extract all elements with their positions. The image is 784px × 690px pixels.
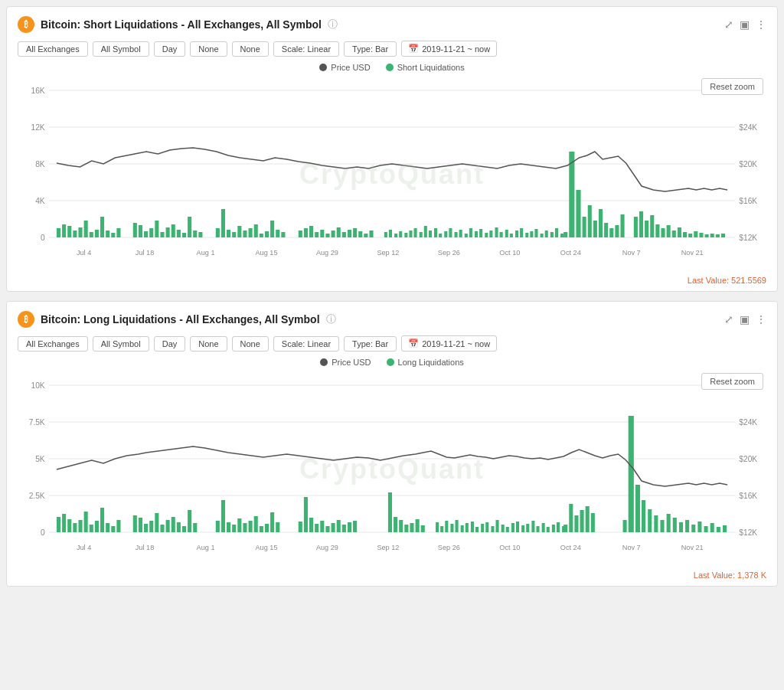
svg-rect-48 [188, 217, 191, 237]
svg-text:Oct 24: Oct 24 [560, 544, 581, 551]
filter-none1-1[interactable]: None [190, 41, 227, 57]
svg-text:Sep 12: Sep 12 [377, 544, 399, 551]
svg-rect-176 [100, 508, 104, 532]
svg-rect-27 [62, 224, 66, 237]
svg-rect-83 [593, 221, 597, 237]
svg-rect-253 [591, 513, 595, 532]
svg-text:4K: 4K [35, 197, 45, 205]
svg-rect-263 [679, 522, 683, 532]
svg-rect-220 [416, 519, 420, 532]
filter-interval-2[interactable]: Day [154, 336, 186, 352]
svg-text:Aug 15: Aug 15 [255, 249, 277, 257]
reset-zoom-btn-2[interactable]: Reset zoom [701, 373, 763, 390]
title-area-2: ₿ Bitcoin: Long Liquidations - All Excha… [18, 311, 336, 328]
svg-rect-86 [609, 228, 613, 237]
svg-text:Oct 10: Oct 10 [499, 249, 520, 257]
svg-rect-109 [399, 231, 402, 237]
svg-rect-40 [144, 231, 148, 237]
svg-rect-54 [232, 232, 236, 237]
svg-rect-78 [564, 232, 567, 237]
panel-actions-2: ⤢ ▣ ⋮ [724, 313, 766, 325]
expand-icon-2[interactable]: ⤢ [724, 313, 733, 325]
svg-rect-45 [172, 224, 175, 237]
svg-text:Nov 7: Nov 7 [622, 249, 641, 257]
svg-rect-43 [160, 232, 164, 237]
svg-rect-63 [281, 232, 285, 237]
svg-rect-65 [304, 228, 308, 237]
svg-text:0: 0 [41, 528, 45, 537]
image-icon-1[interactable]: ▣ [740, 18, 750, 31]
svg-text:Nov 7: Nov 7 [622, 544, 641, 551]
svg-rect-56 [243, 231, 247, 237]
svg-rect-255 [629, 416, 634, 532]
svg-rect-215 [388, 492, 392, 532]
date-range-1[interactable]: 📅 2019-11-21 ~ now [401, 41, 497, 57]
filter-type-1[interactable]: Type: Bar [344, 41, 397, 57]
svg-rect-74 [353, 228, 357, 237]
filter-type-2[interactable]: Type: Bar [344, 336, 397, 352]
svg-rect-110 [404, 233, 407, 237]
filter-exchange-1[interactable]: All Exchanges [18, 41, 88, 57]
svg-rect-252 [586, 506, 590, 532]
svg-text:Aug 15: Aug 15 [255, 544, 277, 551]
svg-rect-104 [716, 234, 720, 237]
svg-rect-191 [193, 523, 197, 532]
svg-rect-229 [471, 522, 474, 532]
filter-exchange-2[interactable]: All Exchanges [18, 336, 88, 352]
date-range-2[interactable]: 📅 2019-11-21 ~ now [401, 335, 497, 352]
svg-rect-261 [667, 514, 671, 532]
reset-zoom-btn-1[interactable]: Reset zoom [701, 78, 763, 95]
svg-rect-121 [459, 230, 462, 237]
svg-rect-81 [583, 217, 586, 237]
menu-icon-2[interactable]: ⋮ [756, 313, 766, 325]
svg-rect-199 [254, 516, 258, 532]
bitcoin-icon-2: ₿ [18, 311, 34, 328]
filter-scale-1[interactable]: Scale: Linear [273, 41, 339, 57]
svg-rect-130 [505, 230, 508, 237]
expand-icon-1[interactable]: ⤢ [724, 18, 733, 31]
filter-symbol-2[interactable]: All Symbol [93, 336, 149, 352]
svg-text:Sep 26: Sep 26 [438, 544, 460, 551]
svg-rect-206 [309, 518, 313, 532]
info-icon-2[interactable]: ⓘ [326, 312, 336, 326]
svg-rect-221 [421, 525, 425, 532]
svg-rect-124 [475, 231, 478, 237]
filter-interval-1[interactable]: Day [154, 41, 186, 57]
filter-none1-2[interactable]: None [190, 336, 227, 352]
svg-rect-136 [534, 229, 537, 237]
menu-icon-1[interactable]: ⋮ [756, 18, 766, 31]
svg-rect-189 [182, 526, 186, 532]
svg-rect-26 [57, 228, 60, 237]
filter-bar-1: All Exchanges All Symbol Day None None S… [18, 41, 766, 57]
svg-rect-98 [683, 232, 687, 237]
info-icon-1[interactable]: ⓘ [328, 18, 338, 31]
svg-rect-198 [249, 521, 253, 532]
filter-symbol-1[interactable]: All Symbol [93, 41, 149, 57]
filter-none2-1[interactable]: None [232, 41, 269, 57]
svg-rect-224 [445, 521, 448, 532]
svg-rect-62 [276, 230, 279, 237]
svg-rect-60 [265, 231, 269, 237]
svg-rect-233 [491, 526, 494, 532]
svg-text:$24K: $24K [739, 123, 757, 132]
svg-rect-46 [177, 230, 181, 237]
svg-text:10K: 10K [31, 381, 45, 390]
svg-rect-97 [678, 227, 681, 237]
svg-rect-254 [623, 520, 627, 532]
svg-rect-80 [576, 190, 580, 237]
svg-rect-211 [337, 520, 341, 532]
svg-rect-120 [455, 232, 458, 237]
filter-none2-2[interactable]: None [232, 336, 269, 352]
svg-rect-88 [620, 214, 624, 237]
svg-rect-248 [564, 525, 567, 532]
filter-scale-2[interactable]: Scale: Linear [273, 336, 339, 352]
svg-rect-59 [260, 234, 263, 237]
svg-rect-132 [515, 231, 518, 237]
svg-rect-53 [227, 230, 230, 237]
svg-rect-123 [469, 228, 472, 237]
svg-rect-111 [409, 231, 412, 237]
image-icon-2[interactable]: ▣ [740, 313, 750, 325]
title-area-1: ₿ Bitcoin: Short Liquidations - All Exch… [18, 16, 338, 33]
price-dot-2 [320, 358, 328, 366]
svg-rect-89 [634, 217, 638, 237]
